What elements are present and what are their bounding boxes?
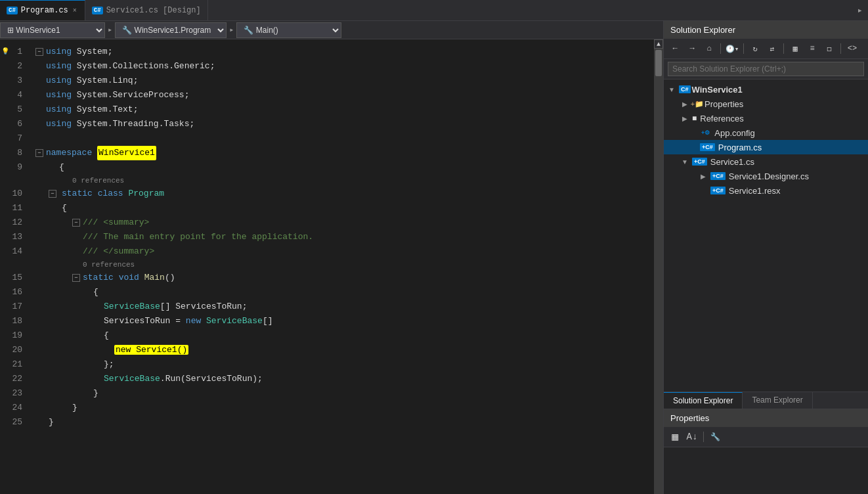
tab-solution-explorer[interactable]: Solution Explorer bbox=[664, 392, 743, 409]
code-line-2: using System.Collections.Generic; bbox=[33, 59, 654, 74]
code-line-1: − using System; bbox=[33, 45, 654, 59]
code-line-9: { bbox=[33, 160, 654, 175]
sync-button[interactable]: ⇄ bbox=[765, 41, 779, 56]
tree-item-service1-cs[interactable]: ▼ +C# Service1.cs bbox=[664, 154, 868, 169]
line-num-16: 16 bbox=[0, 285, 28, 300]
solution-explorer-header: Solution Explorer bbox=[664, 21, 868, 39]
code-line-22: ServiceBase.Run(ServicesToRun); bbox=[33, 372, 654, 386]
line-num-9: 9 bbox=[0, 160, 28, 175]
tree-item-winservice1[interactable]: ▼ C# WinService1 bbox=[664, 82, 868, 97]
code-line-11: { bbox=[33, 201, 654, 215]
code-ref-line-2: 0 references bbox=[33, 259, 654, 271]
code-line-3: using System.Linq; bbox=[33, 74, 654, 88]
line-num-11: 11 bbox=[0, 201, 28, 215]
line-num-14: 14 bbox=[0, 244, 28, 259]
properties-title: Properties bbox=[670, 413, 709, 423]
toolbar-separator-4 bbox=[840, 43, 841, 54]
scroll-top-button[interactable]: ▲ bbox=[654, 39, 663, 49]
member-selector[interactable]: 🔧 Main() bbox=[236, 22, 341, 38]
expand-winservice1[interactable]: ▼ bbox=[666, 84, 677, 95]
tree-item-service1-resx[interactable]: ▶ +C# Service1.resx bbox=[664, 183, 868, 198]
toolbar-separator-3 bbox=[783, 43, 784, 54]
code-line-17: ServiceBase[] ServicesToRun; bbox=[33, 300, 654, 314]
tab-service1-design[interactable]: C# Service1.cs [Design] bbox=[85, 0, 208, 20]
collapse-1[interactable]: − bbox=[35, 48, 43, 56]
collapse-10[interactable]: − bbox=[49, 190, 56, 198]
search-input[interactable] bbox=[668, 62, 864, 76]
tree-item-program-cs[interactable]: ▶ +C# Program.cs bbox=[664, 140, 868, 154]
refresh-button[interactable]: ↻ bbox=[748, 41, 762, 56]
breadcrumb-sep1: ▸ bbox=[105, 25, 115, 35]
home-button[interactable]: ⌂ bbox=[702, 41, 716, 56]
tab-overflow-button[interactable]: ▸ bbox=[852, 5, 868, 16]
code-line-21: }; bbox=[33, 357, 654, 372]
tab-team-explorer[interactable]: Team Explorer bbox=[743, 392, 812, 409]
tree-item-references[interactable]: ▶ ■ References bbox=[664, 111, 868, 125]
collapse-15[interactable]: − bbox=[72, 274, 80, 282]
solution-explorer-title: Solution Explorer bbox=[670, 25, 735, 35]
code-line-8: − namespace WinService1 bbox=[33, 146, 654, 160]
collapse-8[interactable]: − bbox=[35, 149, 43, 157]
code-line-20: new Service1() bbox=[33, 343, 654, 357]
view1-button[interactable]: ▦ bbox=[788, 41, 802, 56]
tab-program-cs[interactable]: C# Program.cs × bbox=[0, 0, 85, 20]
line-num-22: 22 bbox=[0, 372, 28, 386]
service1-resx-label: Service1.resx bbox=[729, 186, 781, 196]
expand-service1-designer[interactable]: ▶ bbox=[698, 171, 708, 181]
view2-button[interactable]: ≡ bbox=[805, 41, 819, 56]
props-gear-button[interactable]: 🔧 bbox=[708, 430, 722, 444]
properties-panel: Properties ▦ A↓ 🔧 bbox=[664, 409, 868, 494]
method-selector[interactable]: 🔧 WinService1.Program bbox=[115, 22, 227, 38]
line-num-3: 3 bbox=[0, 74, 28, 88]
code-line-24: } bbox=[33, 401, 654, 415]
line-num-23: 23 bbox=[0, 386, 28, 401]
history-button[interactable]: 🕐▾ bbox=[725, 41, 739, 56]
config-icon: +⚙ bbox=[700, 129, 711, 137]
expand-service1[interactable]: ▼ bbox=[680, 156, 690, 167]
service1-cs-icon: +C# bbox=[692, 158, 707, 166]
references-icon: ■ bbox=[692, 114, 697, 123]
props-grid-button[interactable]: ▦ bbox=[668, 430, 682, 444]
collapse-all-button[interactable]: ◻ bbox=[822, 41, 836, 56]
breadcrumb-sep2: ▸ bbox=[227, 25, 236, 35]
main-area: ⊞ WinService1 ▸ 🔧 WinService1.Program ▸ … bbox=[0, 21, 868, 494]
scroll-thumb[interactable] bbox=[655, 50, 662, 76]
service1-resx-icon: +C# bbox=[710, 187, 726, 194]
line-numbers: 💡 1 2 3 4 5 6 7 8 9 10 11 12 13 14 15 16 bbox=[0, 39, 33, 494]
vertical-scrollbar[interactable]: ▲ bbox=[654, 39, 663, 494]
tree-item-properties[interactable]: ▶ +📁 Properties bbox=[664, 97, 868, 111]
collapse-12[interactable]: − bbox=[72, 219, 80, 227]
class-selector[interactable]: ⊞ WinService1 bbox=[0, 22, 105, 38]
tree-item-service1-designer[interactable]: ▶ +C# Service1.Designer.cs bbox=[664, 169, 868, 183]
line-num-24: 24 bbox=[0, 401, 28, 415]
line-num-25: 25 bbox=[0, 415, 28, 430]
forward-button[interactable]: → bbox=[685, 41, 699, 56]
tree-item-app-config[interactable]: ▶ +⚙ App.config bbox=[664, 125, 868, 140]
tab-cs-icon: C# bbox=[7, 7, 18, 14]
code-line-18: ServicesToRun = new ServiceBase[] bbox=[33, 314, 654, 328]
expand-properties[interactable]: ▶ bbox=[680, 99, 690, 109]
tab-program-cs-close[interactable]: × bbox=[72, 7, 78, 15]
tab-service1-design-label: Service1.cs [Design] bbox=[106, 6, 201, 15]
tab-team-explorer-label: Team Explorer bbox=[752, 395, 802, 405]
service1-designer-label: Service1.Designer.cs bbox=[729, 171, 809, 181]
right-panel: Solution Explorer ← → ⌂ 🕐▾ ↻ ⇄ ▦ ≡ ◻ <> bbox=[663, 21, 868, 494]
props-sort-button[interactable]: A↓ bbox=[685, 430, 699, 444]
cs-project-icon: C# bbox=[679, 85, 691, 93]
references-label: References bbox=[700, 114, 743, 124]
code-content: 💡 1 2 3 4 5 6 7 8 9 10 11 12 13 14 15 16 bbox=[0, 39, 663, 494]
code-lines: − using System; using System.Collections… bbox=[33, 39, 654, 494]
expand-references[interactable]: ▶ bbox=[680, 113, 690, 124]
properties-folder-icon: +📁 bbox=[692, 99, 703, 109]
search-container bbox=[664, 59, 868, 79]
code-line-5: using System.Text; bbox=[33, 102, 654, 117]
line-num-6: 6 bbox=[0, 117, 28, 131]
back-button[interactable]: ← bbox=[668, 41, 682, 56]
line-num-21: 21 bbox=[0, 357, 28, 372]
solution-explorer: Solution Explorer ← → ⌂ 🕐▾ ↻ ⇄ ▦ ≡ ◻ <> bbox=[664, 21, 868, 392]
code-view-button[interactable]: <> bbox=[845, 41, 859, 56]
code-line-25: } bbox=[33, 415, 654, 430]
tab-design-icon: C# bbox=[92, 7, 103, 14]
properties-header: Properties bbox=[664, 409, 868, 427]
line-num-15: 15 bbox=[0, 271, 28, 285]
